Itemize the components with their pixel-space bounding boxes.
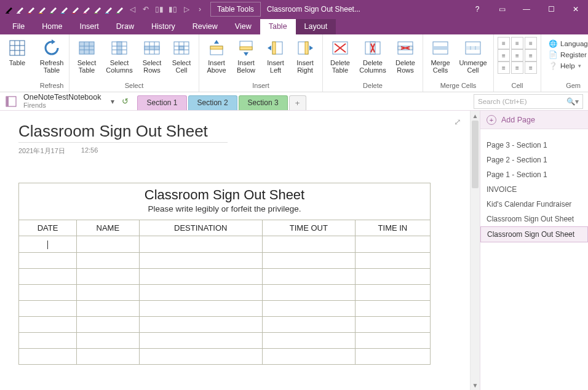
select-cell-button[interactable]: Select Cell: [168, 37, 195, 74]
help-button[interactable]: ?: [465, 0, 490, 18]
page-item-0[interactable]: Page 3 - Section 1: [480, 138, 588, 153]
insert-right-button[interactable]: Insert Right: [292, 37, 319, 74]
col-timein[interactable]: TIME IN: [355, 220, 430, 236]
align-top-center[interactable]: ≡: [511, 37, 523, 49]
tab-table[interactable]: Table: [260, 19, 296, 34]
section-tab-2[interactable]: Section 2: [188, 95, 237, 110]
delete-table-button[interactable]: Delete Table: [327, 37, 354, 74]
add-section-button[interactable]: +: [289, 95, 306, 110]
pen-color-8[interactable]: [92, 2, 103, 16]
section-tab-3[interactable]: Section 3: [239, 95, 288, 110]
table-row[interactable]: [19, 236, 431, 253]
table-button[interactable]: Table: [4, 37, 31, 66]
align-mid-center[interactable]: ≡: [511, 49, 523, 62]
pen-color-2[interactable]: [26, 2, 37, 16]
section-tab-1[interactable]: Section 1: [137, 95, 186, 110]
pen-color-1[interactable]: [15, 2, 26, 16]
pen-color-10[interactable]: [114, 2, 125, 16]
history-icon[interactable]: ↺: [118, 97, 132, 106]
page-date[interactable]: 2021年1月17日: [18, 146, 65, 156]
align-mid-right[interactable]: ≡: [525, 49, 537, 62]
page-time[interactable]: 12:56: [81, 146, 98, 156]
merge-cells-button[interactable]: Merge Cells: [427, 37, 454, 74]
page-title[interactable]: Classroom Sign Out Sheet: [18, 122, 228, 143]
pen-color-9[interactable]: [103, 2, 114, 16]
align-top-right[interactable]: ≡: [525, 37, 537, 49]
col-timeout[interactable]: TIME OUT: [262, 220, 355, 236]
pen-color-3[interactable]: [37, 2, 48, 16]
align-mid-left[interactable]: ≡: [498, 49, 510, 62]
align-bot-left[interactable]: ≡: [498, 62, 510, 74]
scroll-down-icon[interactable]: ▼: [471, 380, 480, 390]
pen-color-7[interactable]: [81, 2, 92, 16]
tab-layout[interactable]: Layout: [296, 19, 336, 34]
insert-below-button[interactable]: Insert Below: [232, 37, 260, 74]
tab-view[interactable]: View: [226, 19, 260, 34]
page-item-2[interactable]: Page 1 - Section 1: [480, 167, 588, 182]
col-destination[interactable]: DESTINATION: [139, 220, 262, 236]
tab-home[interactable]: Home: [33, 19, 71, 34]
minimize-button[interactable]: —: [514, 0, 539, 18]
signout-table[interactable]: DATE NAME DESTINATION TIME OUT TIME IN: [18, 220, 431, 365]
refresh-table-button[interactable]: Refresh Table: [38, 37, 65, 74]
col-name[interactable]: NAME: [76, 220, 139, 236]
page-editor[interactable]: ⤢ Classroom Sign Out Sheet 2021年1月17日 12…: [0, 111, 470, 390]
search-input[interactable]: Search (Ctrl+E) 🔍▾: [474, 94, 583, 109]
select-table-button[interactable]: Select Table: [73, 37, 100, 74]
tab-insert[interactable]: Insert: [71, 19, 108, 34]
scroll-thumb[interactable]: [472, 121, 479, 188]
page-item-1[interactable]: Page 2 - Section 1: [480, 153, 588, 167]
expand-icon[interactable]: ⤢: [454, 117, 461, 127]
scroll-track[interactable]: [471, 121, 480, 380]
ribbon-display-options[interactable]: ▭: [490, 0, 514, 18]
col-date[interactable]: DATE: [19, 220, 77, 236]
table-header-merged[interactable]: Classroom Sign Out Sheet Please write le…: [18, 183, 431, 220]
align-bot-center[interactable]: ≡: [511, 62, 523, 74]
pen-color-0[interactable]: [4, 2, 15, 16]
maximize-button[interactable]: ☐: [539, 0, 563, 18]
insert-left-button[interactable]: Insert Left: [262, 37, 289, 74]
table-row[interactable]: [19, 284, 431, 300]
table-row[interactable]: [19, 252, 431, 268]
delete-rows-button[interactable]: Delete Rows: [392, 37, 419, 74]
tab-review[interactable]: Review: [184, 19, 226, 34]
table-row[interactable]: [19, 268, 431, 284]
page-item-6[interactable]: Classroom Sign Out Sheet: [480, 226, 588, 242]
register-button[interactable]: 📄Register: [549, 50, 588, 59]
panel-left-icon[interactable]: ▯▮: [153, 2, 166, 16]
back-icon[interactable]: ◁: [125, 2, 139, 16]
undo-icon[interactable]: ↶: [139, 2, 153, 16]
select-rows-button[interactable]: Select Rows: [138, 37, 165, 74]
help-menu-button[interactable]: ❔Help▾: [549, 62, 588, 70]
select-columns-button[interactable]: Select Columns: [103, 37, 136, 74]
unmerge-cell-button[interactable]: Unmerge Cell: [456, 37, 490, 74]
page-item-3[interactable]: INVOICE: [480, 182, 588, 197]
table-row[interactable]: [19, 316, 431, 332]
panel-right-icon[interactable]: ▮▯: [166, 2, 180, 16]
tab-file[interactable]: File: [4, 19, 33, 34]
notebook-name[interactable]: OneNoteTestNotebook Firends: [23, 94, 107, 109]
align-bot-right[interactable]: ≡: [525, 62, 537, 74]
table-row[interactable]: [19, 300, 431, 316]
page-item-4[interactable]: Kid's Calendar Fundraiser: [480, 197, 588, 212]
delete-columns-button[interactable]: Delete Columns: [356, 37, 389, 74]
table-cell-active[interactable]: [19, 236, 77, 253]
page-item-5[interactable]: Classroom Sign Out Sheet: [480, 212, 588, 226]
table-row[interactable]: [19, 332, 431, 348]
table-row[interactable]: [19, 348, 431, 364]
insert-above-button[interactable]: Insert Above: [203, 37, 230, 74]
scroll-up-icon[interactable]: ▲: [471, 111, 480, 121]
language-button[interactable]: 🌐Language▾: [549, 39, 588, 48]
add-page-button[interactable]: + Add Page: [480, 111, 588, 129]
tab-draw[interactable]: Draw: [108, 19, 143, 34]
vertical-scrollbar[interactable]: ▲ ▼: [470, 111, 480, 390]
tab-history[interactable]: History: [143, 19, 184, 34]
align-top-left[interactable]: ≡: [498, 37, 510, 49]
forward-icon[interactable]: ▷: [180, 2, 193, 16]
close-button[interactable]: ✕: [563, 0, 588, 18]
qat-more-icon[interactable]: ›: [193, 2, 207, 16]
notebook-dropdown-icon[interactable]: ▾: [107, 97, 118, 106]
pen-color-4[interactable]: [48, 2, 59, 16]
pen-color-6[interactable]: [70, 2, 81, 16]
pen-color-5[interactable]: [59, 2, 70, 16]
